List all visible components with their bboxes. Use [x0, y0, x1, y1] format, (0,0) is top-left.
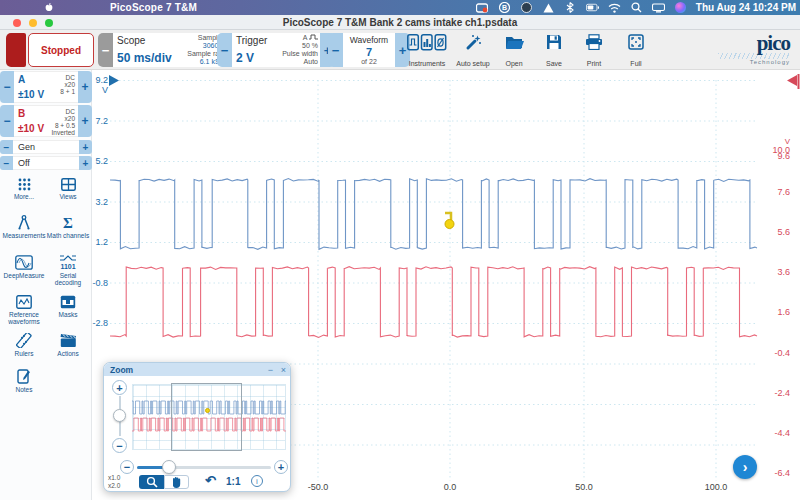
- wifi-icon[interactable]: [608, 2, 621, 13]
- sidebar-tool-notes[interactable]: Notes: [2, 369, 46, 393]
- stopped-button[interactable]: Stopped: [28, 33, 94, 67]
- notes-icon: [17, 369, 31, 384]
- print-icon: [585, 34, 603, 50]
- scope-panel[interactable]: Scope 50 ms/div: [113, 33, 185, 67]
- sidebar-tool-math-channels[interactable]: Σ Math channels: [46, 215, 90, 239]
- waveform-count: of 22: [361, 58, 377, 65]
- search-icon[interactable]: [630, 2, 643, 13]
- expand-panel-fab[interactable]: ›: [733, 455, 757, 479]
- zoom-overlay-window[interactable]: Zoom − × + − − + x1.0 x2.0 ↶ 1:1 i: [103, 362, 291, 492]
- pan-tool-button[interactable]: [164, 475, 189, 489]
- zoom-in-horizontal-button[interactable]: +: [274, 460, 288, 474]
- sidebar-tool-deepmeasure[interactable]: DeepMeasure: [2, 255, 46, 279]
- channel-b-minus-button[interactable]: −: [0, 105, 14, 137]
- sidebar-tool-masks[interactable]: Masks: [46, 295, 90, 318]
- b-app-icon[interactable]: B: [498, 2, 511, 13]
- channel-a-meta: DC x20 8 + 1: [60, 74, 75, 95]
- sidebar-tool-actions[interactable]: Actions: [46, 333, 90, 357]
- gen-state-value[interactable]: Off: [13, 156, 79, 170]
- zoom-selection-rect[interactable]: [171, 383, 242, 451]
- auto-setup-button[interactable]: Auto setup: [452, 34, 494, 67]
- waveform-index: 7: [366, 46, 372, 58]
- svg-text:Σ: Σ: [63, 215, 73, 230]
- waveform-prev-button[interactable]: −: [328, 33, 343, 67]
- rulers-icon: [16, 333, 32, 348]
- full-screen-button[interactable]: Full: [618, 34, 654, 67]
- waveform-panel[interactable]: Waveform 7 of 22: [343, 33, 395, 67]
- gen-label[interactable]: Gen: [13, 140, 79, 154]
- generator-row: − Gen +: [0, 140, 92, 154]
- full-screen-icon: [628, 34, 644, 50]
- vpn-triangle-icon[interactable]: [542, 2, 555, 13]
- channel-b-body[interactable]: B ±10 V DC x20 8 + 0.5 Inverted: [14, 105, 78, 137]
- horizontal-zoom-slider-knob[interactable]: [162, 460, 176, 474]
- right-axis-tick-label: 3.6: [760, 267, 790, 277]
- generator-state-row: − Off +: [0, 156, 92, 170]
- horizontal-scale-value: x1.0: [108, 474, 120, 481]
- trigger-minus-button[interactable]: −: [217, 33, 232, 67]
- channel-a-body[interactable]: A ±10 V DC x20 8 + 1: [14, 71, 78, 103]
- main-toolbar: Stopped − Scope 50 ms/div Samples 3060 S…: [0, 30, 800, 70]
- instruments-button[interactable]: Instruments: [403, 34, 451, 67]
- apple-menu-icon[interactable]: [44, 2, 54, 13]
- sidebar-tool-reference-waveforms[interactable]: Reference waveforms: [2, 295, 46, 325]
- zoom-out-horizontal-button[interactable]: −: [120, 460, 134, 474]
- dot-menu-icon[interactable]: [520, 2, 533, 13]
- left-axis-tick-label: -0.8: [86, 278, 108, 288]
- trigger-group: − Trigger 2 V A 50 % Pulse width Auto +: [217, 33, 335, 67]
- stop-indicator-block[interactable]: [6, 33, 26, 67]
- channel-a-axis-marker[interactable]: [108, 74, 122, 88]
- one-to-one-button[interactable]: 1:1: [226, 476, 240, 487]
- pulse-icon: [309, 34, 318, 40]
- sidebar-tool-views[interactable]: Views: [46, 178, 90, 200]
- print-button[interactable]: Print: [576, 34, 612, 67]
- battery-icon[interactable]: [586, 2, 599, 13]
- siri-icon[interactable]: [674, 2, 687, 13]
- trigger-level-value: 2 V: [236, 51, 272, 65]
- trigger-marker-icon[interactable]: [441, 209, 457, 231]
- gen-plus-button[interactable]: +: [79, 140, 92, 154]
- channel-b-meta: DC x20 8 + 0.5 Inverted: [52, 108, 76, 136]
- math-sigma-icon: Σ: [61, 215, 75, 230]
- gen-minus-button[interactable]: −: [0, 140, 13, 154]
- trigger-label: Trigger: [236, 35, 272, 46]
- waveform-label: Waveform: [350, 35, 388, 45]
- save-button[interactable]: Save: [536, 34, 572, 67]
- menu-clock[interactable]: Thu Aug 24 10:24 PM: [696, 2, 796, 13]
- left-axis-unit: V: [86, 85, 108, 95]
- gen-state-minus-button[interactable]: −: [0, 156, 13, 170]
- timebase-minus-button[interactable]: −: [98, 33, 113, 67]
- pico-logo: pico Technology: [718, 34, 790, 65]
- channel-b-name: B: [18, 108, 25, 119]
- channel-b-axis-marker[interactable]: [785, 74, 800, 90]
- channel-a-name: A: [18, 74, 25, 85]
- views-icon: [61, 178, 76, 191]
- open-button[interactable]: Open: [496, 34, 532, 67]
- bottom-axis-tick-label: 100.0: [696, 482, 736, 492]
- right-axis-tick-label: -2.4: [760, 388, 790, 398]
- bottom-axis-tick-label: 0.0: [430, 482, 470, 492]
- svg-text:B: B: [502, 4, 507, 11]
- sidebar-tool-rulers[interactable]: Rulers: [2, 333, 46, 357]
- channel-a-minus-button[interactable]: −: [0, 71, 14, 103]
- bluetooth-icon[interactable]: [564, 2, 577, 13]
- info-icon[interactable]: i: [251, 475, 263, 487]
- sidebar-tool-serial-decoding[interactable]: 1101 Serial decoding: [46, 255, 90, 286]
- left-axis-tick-label: 7.2: [86, 116, 108, 126]
- trigger-panel[interactable]: Trigger 2 V: [232, 33, 276, 67]
- channel-b-panel: − B ±10 V DC x20 8 + 0.5 Inverted +: [0, 105, 92, 137]
- sidebar-tool-more[interactable]: More...: [2, 178, 46, 200]
- display-icon[interactable]: [652, 2, 665, 13]
- zoom-tool-button[interactable]: [139, 475, 164, 489]
- macos-menu-bar: PicoScope 7 T&M B Thu Aug 24 10:24 PM: [0, 0, 800, 15]
- svg-text:1101: 1101: [60, 263, 75, 270]
- undo-icon[interactable]: ↶: [205, 473, 216, 488]
- sidebar-tool-measurements[interactable]: Measurements: [2, 215, 46, 239]
- right-axis-tick-label: -6.4: [760, 468, 790, 478]
- menu-app-name[interactable]: PicoScope 7 T&M: [110, 2, 197, 13]
- pico-logo-text: pico: [718, 34, 790, 53]
- right-axis-tick-label: 5.6: [760, 227, 790, 237]
- screen-record-icon[interactable]: [476, 2, 489, 13]
- timebase-value: 50 ms/div: [117, 51, 181, 65]
- pico-logo-subtext: Technology: [718, 59, 790, 65]
